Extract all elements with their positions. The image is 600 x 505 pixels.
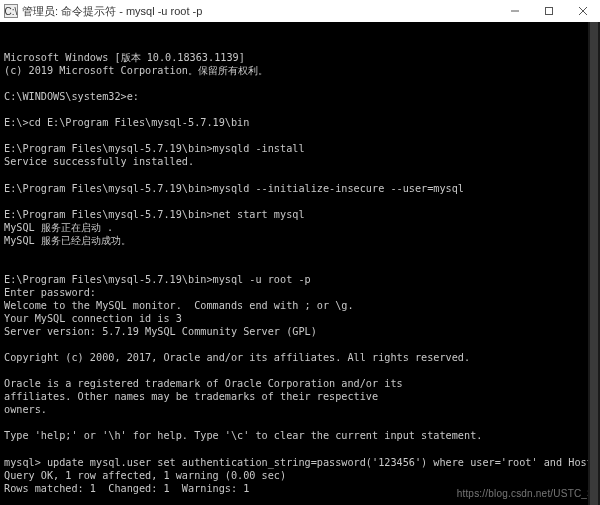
terminal-text: Microsoft Windows [版本 10.0.18363.1139] (… (4, 51, 596, 505)
cmd-window: C:\ 管理员: 命令提示符 - mysql -u root -p Micros… (0, 0, 600, 505)
close-button[interactable] (566, 0, 600, 22)
cmd-icon: C:\ (4, 4, 18, 18)
svg-rect-1 (546, 8, 553, 15)
titlebar[interactable]: C:\ 管理员: 命令提示符 - mysql -u root -p (0, 0, 600, 22)
scroll-thumb[interactable] (590, 22, 598, 505)
maximize-button[interactable] (532, 0, 566, 22)
vertical-scrollbar[interactable] (588, 22, 600, 505)
terminal-output[interactable]: Microsoft Windows [版本 10.0.18363.1139] (… (0, 22, 600, 505)
minimize-button[interactable] (498, 0, 532, 22)
watermark-text: https://blog.csdn.net/USTC_S (457, 488, 594, 501)
window-title: 管理员: 命令提示符 - mysql -u root -p (22, 4, 498, 19)
window-buttons (498, 0, 600, 22)
